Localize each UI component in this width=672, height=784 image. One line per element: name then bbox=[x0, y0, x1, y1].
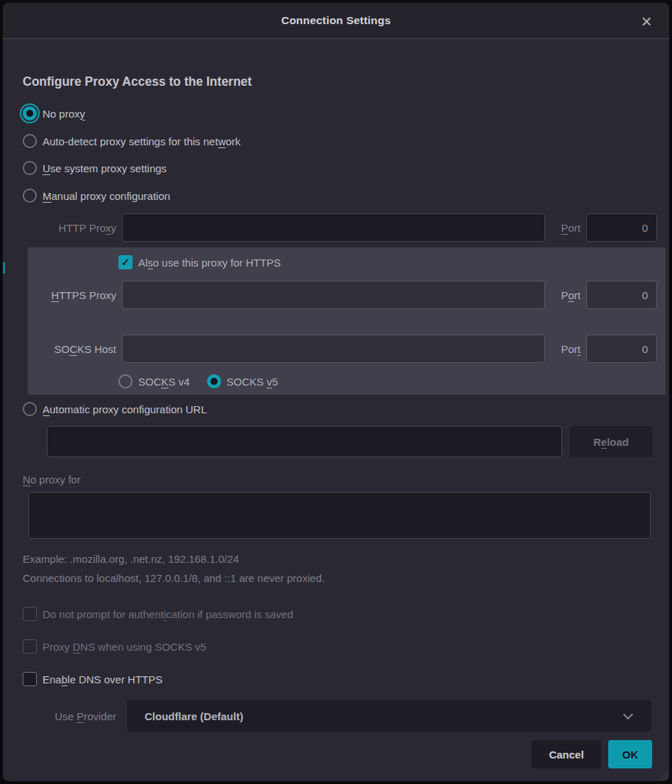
socks-host-input[interactable] bbox=[122, 335, 545, 363]
https-port-input[interactable] bbox=[586, 281, 657, 309]
access-key: y bbox=[80, 108, 86, 120]
checkbox-also-https[interactable]: ✓ Also use this proxy for HTTPS bbox=[118, 254, 281, 271]
access-key: N bbox=[23, 474, 30, 486]
label-part-post: ork bbox=[225, 135, 240, 147]
label-part-pre: P bbox=[561, 289, 568, 301]
resize-grip[interactable] bbox=[659, 771, 668, 780]
access-key: M bbox=[43, 190, 52, 202]
access-key: o bbox=[568, 289, 573, 301]
label-part-pre: Ena bbox=[43, 673, 62, 685]
radio-socks-v5[interactable]: SOCKS v5 bbox=[207, 374, 279, 388]
connection-settings-dialog: Connection Settings × Configure Proxy Ac… bbox=[3, 3, 669, 781]
checkbox-icon bbox=[23, 672, 37, 686]
no-proxy-for-label: No proxy for bbox=[23, 471, 81, 488]
label-part-pre: HTTP Pro bbox=[59, 222, 106, 234]
checkbox-no-prompt-auth[interactable]: Do not prompt for authentication if pass… bbox=[23, 605, 293, 622]
checkbox-enable-doh-label: Enable DNS over HTTPS bbox=[43, 673, 162, 685]
label-part-post: se system proxy settings bbox=[50, 162, 167, 174]
ok-button[interactable]: OK bbox=[608, 740, 652, 768]
radio-icon bbox=[23, 134, 37, 148]
checkbox-proxy-dns[interactable]: Proxy DNS when using SOCKS v5 bbox=[23, 638, 206, 655]
radio-no-proxy[interactable]: No proxy bbox=[23, 105, 85, 122]
radio-manual-proxy-label: Manual proxy configuration bbox=[43, 190, 170, 202]
http-proxy-input[interactable] bbox=[122, 213, 545, 242]
https-proxy-label: HTTPS Proxy bbox=[3, 289, 116, 301]
access-key: A bbox=[43, 403, 50, 415]
label-part-post: y bbox=[111, 222, 117, 234]
radio-auto-url-label: Automatic proxy configuration URL bbox=[43, 403, 207, 415]
access-key: e bbox=[601, 436, 607, 448]
access-key: U bbox=[43, 162, 50, 174]
label-part-post: KS Host bbox=[77, 343, 116, 355]
checkbox-no-prompt-auth-label: Do not prompt for authentication if pass… bbox=[43, 608, 293, 620]
auto-url-input[interactable] bbox=[47, 426, 562, 457]
label-part-pre: Por bbox=[561, 343, 577, 355]
screen: Connection Settings × Configure Proxy Ac… bbox=[0, 0, 672, 784]
radio-selected-icon bbox=[23, 106, 37, 121]
radio-icon bbox=[23, 402, 37, 416]
access-key: H bbox=[51, 289, 59, 301]
label-part-post: rovider bbox=[84, 710, 116, 722]
checkbox-proxy-dns-label: Proxy DNS when using SOCKS v5 bbox=[43, 641, 206, 653]
https-proxy-input[interactable] bbox=[122, 281, 545, 309]
access-key: D bbox=[73, 641, 81, 653]
radio-manual-proxy[interactable]: Manual proxy configuration bbox=[23, 187, 170, 204]
dialog-titlebar: Connection Settings × bbox=[3, 3, 669, 39]
use-provider-label: Use Provider bbox=[3, 710, 116, 722]
http-port-label: Port bbox=[551, 222, 581, 234]
radio-auto-url[interactable]: Automatic proxy configuration URL bbox=[23, 401, 207, 418]
access-key: w bbox=[218, 135, 226, 147]
http-port-input[interactable] bbox=[586, 213, 657, 242]
radio-auto-detect[interactable]: Auto-detect proxy settings for this netw… bbox=[23, 133, 240, 150]
highlight-edge-accent bbox=[3, 262, 5, 274]
page-title: Configure Proxy Access to the Internet bbox=[23, 74, 252, 89]
label-part-post: o use this proxy for HTTPS bbox=[153, 257, 281, 269]
radio-system-proxy[interactable]: Use system proxy settings bbox=[23, 159, 167, 177]
no-proxy-for-textarea[interactable] bbox=[28, 492, 651, 539]
https-proxy-row: HTTPS Proxy Port bbox=[3, 280, 672, 310]
label-part-post: utomatic proxy configuration URL bbox=[50, 403, 207, 415]
checkmark-icon: ✓ bbox=[121, 256, 130, 269]
access-key: t bbox=[578, 343, 581, 355]
label-part-pre: SOC bbox=[138, 376, 162, 388]
radio-icon bbox=[23, 189, 37, 203]
radio-socks-v5-label: SOCKS v5 bbox=[227, 376, 279, 388]
radio-auto-detect-label: Auto-detect proxy settings for this netw… bbox=[43, 135, 240, 147]
radio-socks-v4[interactable]: SOCKS v4 bbox=[118, 374, 190, 388]
provider-dropdown[interactable]: Cloudflare (Default) bbox=[127, 700, 651, 732]
checkbox-checked-icon: ✓ bbox=[118, 255, 133, 269]
doh-provider-row: Use Provider Cloudflare (Default) bbox=[3, 700, 672, 732]
reload-button[interactable]: Reload bbox=[570, 426, 652, 457]
label-part-post: NS when using SOCKS v5 bbox=[80, 641, 206, 653]
http-proxy-row: HTTP Proxy Port bbox=[3, 213, 672, 242]
socks-port-input[interactable] bbox=[586, 335, 657, 363]
label-part-pre: SO bbox=[54, 343, 69, 355]
radio-system-proxy-label: Use system proxy settings bbox=[43, 162, 167, 174]
checkbox-icon bbox=[23, 607, 37, 621]
label-part-post: 5 bbox=[272, 376, 278, 388]
auto-url-row: Reload bbox=[3, 426, 672, 457]
access-key: C bbox=[69, 343, 77, 355]
label-part-post: o proxy for bbox=[30, 474, 81, 486]
label-part-post: TTPS Proxy bbox=[59, 289, 116, 301]
label-part-post: S v4 bbox=[169, 376, 190, 388]
checkbox-enable-doh[interactable]: Enable DNS over HTTPS bbox=[23, 671, 162, 688]
dialog-title: Connection Settings bbox=[281, 14, 391, 27]
cancel-button[interactable]: Cancel bbox=[532, 740, 601, 768]
label-part-pre: Auto-detect proxy settings for this net bbox=[43, 135, 218, 147]
close-button[interactable]: × bbox=[635, 10, 658, 33]
https-port-label: Port bbox=[551, 289, 581, 301]
http-proxy-label: HTTP Proxy bbox=[3, 222, 116, 234]
label-part-pre: SOCKS bbox=[227, 376, 267, 388]
access-key: x bbox=[106, 222, 111, 234]
close-icon: × bbox=[641, 11, 651, 33]
label-part-pre: Use bbox=[55, 710, 77, 722]
socks-version-row: SOCKS v4 SOCKS v5 bbox=[118, 373, 278, 390]
example-hint: Example: .mozilla.org, .net.nz, 192.168.… bbox=[23, 553, 239, 565]
radio-icon bbox=[118, 374, 133, 388]
access-key: v bbox=[267, 376, 272, 388]
label-part-post: cation if password is saved bbox=[166, 608, 293, 620]
label-part-pre: Do not prompt for authent bbox=[43, 608, 164, 620]
label-part-pre: Al bbox=[138, 257, 147, 269]
label-part-post: ort bbox=[568, 222, 581, 234]
